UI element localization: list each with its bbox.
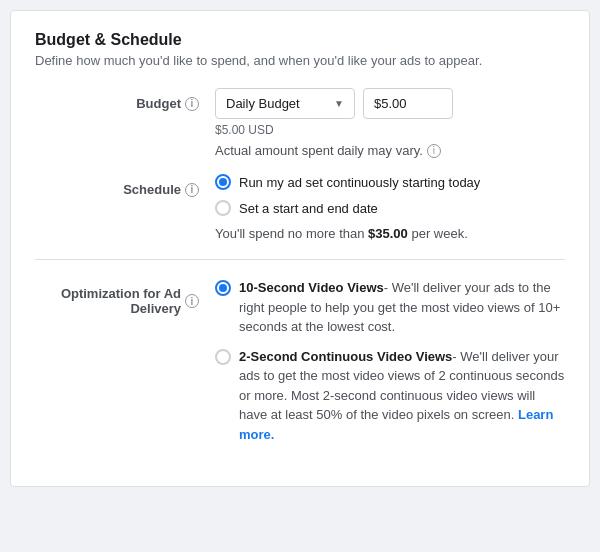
budget-content: Daily Budget ▼ $5.00 USD Actual amount s… (215, 88, 565, 162)
optimization-label: Optimization for Ad Delivery i (35, 278, 215, 316)
section-divider (35, 259, 565, 260)
budget-info-icon[interactable]: i (185, 97, 199, 111)
schedule-radio-group: Run my ad set continuously starting toda… (215, 174, 565, 216)
section-title: Budget & Schedule (35, 31, 565, 49)
schedule-option-dates[interactable]: Set a start and end date (215, 200, 565, 216)
opt-2sec-text: 2-Second Continuous Video Views- We'll d… (239, 347, 565, 445)
budget-currency: $5.00 USD (215, 123, 565, 137)
opt-10sec-text: 10-Second Video Views- We'll deliver you… (239, 278, 565, 337)
opt-10sec-title: 10-Second Video Views (239, 280, 384, 295)
section-subtitle: Define how much you'd like to spend, and… (35, 53, 565, 68)
schedule-info-icon[interactable]: i (185, 183, 199, 197)
optimization-content: 10-Second Video Views- We'll deliver you… (215, 278, 565, 454)
dropdown-arrow-icon: ▼ (334, 98, 344, 109)
budget-schedule-card: Budget & Schedule Define how much you'd … (10, 10, 590, 487)
budget-amount-input[interactable] (363, 88, 453, 119)
budget-inputs: Daily Budget ▼ (215, 88, 565, 119)
schedule-radio-dates[interactable] (215, 200, 231, 216)
schedule-option-continuous[interactable]: Run my ad set continuously starting toda… (215, 174, 565, 190)
opt-2sec-title: 2-Second Continuous Video Views (239, 349, 452, 364)
budget-row: Budget i Daily Budget ▼ $5.00 USD Actual… (35, 88, 565, 162)
vary-note: Actual amount spent daily may vary. i (215, 143, 565, 158)
optimization-row: Optimization for Ad Delivery i 10-Second… (35, 278, 565, 454)
optimization-option-10sec: 10-Second Video Views- We'll deliver you… (215, 278, 565, 337)
optimization-option-2sec: 2-Second Continuous Video Views- We'll d… (215, 347, 565, 445)
budget-type-dropdown[interactable]: Daily Budget ▼ (215, 88, 355, 119)
schedule-label: Schedule i (35, 174, 215, 197)
budget-label: Budget i (35, 88, 215, 111)
schedule-row: Schedule i Run my ad set continuously st… (35, 174, 565, 241)
opt-radio-2sec[interactable] (215, 349, 231, 365)
schedule-content: Run my ad set continuously starting toda… (215, 174, 565, 241)
vary-info-icon[interactable]: i (427, 144, 441, 158)
opt-radio-10sec[interactable] (215, 280, 231, 296)
optimization-info-icon[interactable]: i (185, 294, 199, 308)
weekly-spend-note: You'll spend no more than $35.00 per wee… (215, 226, 565, 241)
weekly-amount: $35.00 (368, 226, 408, 241)
schedule-radio-continuous[interactable] (215, 174, 231, 190)
